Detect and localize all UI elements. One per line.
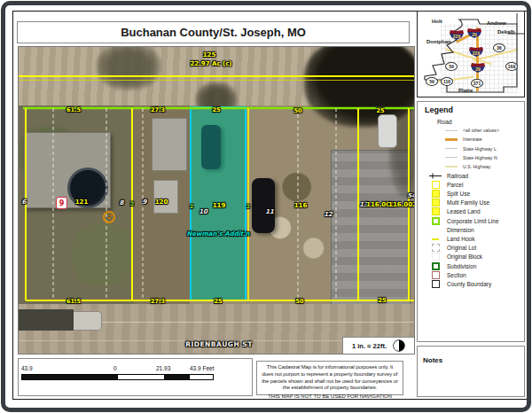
lot-number-label: 11: [265, 208, 274, 215]
road-other-line-icon: [444, 130, 458, 131]
legend-item-corporate-limit-line: Corporate Limit Line: [425, 216, 520, 225]
lot-number-label: 12: [324, 211, 332, 218]
split-use-swatch-icon: [428, 190, 442, 198]
multi-family-swatch-icon: [428, 199, 442, 206]
legend-item-subdivision: Subdivision: [425, 261, 520, 270]
county-label-holt: Holt: [432, 19, 442, 24]
county-label-platte: Platte: [458, 88, 473, 93]
legend-item-split-use: Split Use: [425, 190, 520, 199]
lot-number-label: 6: [22, 199, 27, 206]
cadastral-map-page: Buchanan County/St. Joseph, MO: [0, 0, 532, 413]
dimension-label: 50: [295, 298, 303, 305]
original-lot-swatch-icon: [428, 244, 442, 252]
state-highway-line-icon: [444, 157, 458, 158]
locator-map[interactable]: Holt Andrew Dekalb Doniphan Platte 229 2…: [417, 11, 525, 97]
us-169-shield: 169: [505, 62, 518, 71]
legend-item-railroad: Railroad: [425, 171, 520, 180]
county-label-dekalb: Dekalb: [497, 29, 515, 35]
legend-item-us-highway: U.S. Highway: [425, 162, 520, 171]
dimension-label: 61.5: [66, 106, 81, 113]
dimension-label: 25: [212, 106, 220, 113]
lot-number-label: 8: [120, 199, 124, 206]
red-point-marker: 9: [56, 197, 67, 209]
us-36-shield: 36: [493, 43, 505, 52]
map-viewport[interactable]: 125 22.97 Ac (c) 61.5 27.3 25 50 25 61.5…: [18, 46, 415, 355]
scalebar-segment: [22, 375, 117, 379]
legend-item-multi-family-use: Multi Family Use: [425, 199, 520, 207]
legend-title: Legend: [425, 105, 520, 114]
scalebar-label-right: 43.9 Feet: [190, 365, 214, 371]
parcel-number-label: 116.002: [388, 201, 415, 208]
legend-item-original-lot: Original Lot: [425, 244, 520, 253]
map-title-bar: Buchanan County/St. Joseph, MO: [17, 21, 410, 43]
street-name-label: RIDENBAUGH ST: [185, 340, 253, 348]
scale-ratio-text: 1 in. = 22ft.: [352, 342, 387, 350]
scalebar-label-zero: 0: [113, 365, 117, 371]
us-highway-line-icon: [444, 166, 458, 168]
scalebar-label-left: 43.9: [21, 365, 33, 371]
lot-number-label: 9: [143, 199, 147, 206]
dimension-label: 61.5: [66, 298, 81, 305]
county-label-andrew: Andrew: [487, 20, 506, 26]
disclaimer-warning: THIS MAP IS NOT TO BE USED FOR NAVIGATIO…: [261, 394, 399, 399]
us-116-shield: 116: [441, 77, 453, 86]
legend-group-label: Road: [437, 119, 452, 125]
legend-item-state-highway-l: State Highway L: [425, 144, 520, 153]
disclaimer-panel: This Cadastral Map is for informational …: [256, 361, 403, 395]
parcel-number-label: 116: [294, 202, 308, 209]
scalebar-segment: [164, 375, 189, 379]
line-tick-label: 2: [246, 203, 250, 209]
legend-item-county-boundary: County Boundary: [425, 279, 520, 288]
legend-item-original-block: Original Block: [425, 253, 520, 261]
land-hook-swatch-icon: [428, 238, 442, 240]
dimension-label: 50: [293, 107, 301, 114]
scalebar-graphic: [21, 374, 214, 380]
line-tick-label: 2: [130, 200, 134, 206]
notes-title: Notes: [423, 356, 442, 364]
original-block-swatch-icon: [428, 253, 442, 261]
dimension-label: 27.3: [151, 298, 165, 305]
railroad-line-icon: [428, 173, 442, 179]
parcel-number-label: 125: [203, 51, 216, 58]
legend-item-interstate: Interstate: [425, 135, 520, 144]
legend-item-parcel: Parcel: [425, 180, 520, 189]
parcel-number-label: 120: [155, 199, 168, 206]
parcel-acreage-label: 22.97 Ac (c): [190, 60, 231, 67]
dimension-label: 27.3: [151, 106, 165, 113]
north-arrow-icon: [393, 339, 405, 352]
red-point-label: 9: [59, 199, 65, 207]
legend-item-state-highway-n: State Highway N: [425, 153, 520, 162]
us-59-shield: 59: [445, 62, 458, 71]
disclaimer-text: This Cadastral Map is for informational …: [261, 364, 399, 392]
legend-item-dimension: Dimension: [425, 225, 520, 234]
us-371-shield: 371: [471, 79, 483, 88]
legend-item-leased-land: Leased Land: [425, 207, 520, 216]
lot-number-label: 54: [407, 192, 415, 199]
dimension-label: 25: [376, 107, 384, 114]
subdivision-swatch-icon: [428, 262, 442, 270]
corporate-limit-swatch-icon: [428, 217, 442, 225]
page-title: Buchanan County/St. Joseph, MO: [121, 26, 306, 39]
section-swatch-icon: [428, 271, 442, 279]
legend-item-all-other-values: <all other values>: [425, 126, 520, 135]
dimension-label: 25: [378, 297, 386, 304]
dimension-label: 25: [214, 298, 222, 305]
line-tick-label: 2: [190, 203, 193, 209]
scalebar-label-mid: 21.93: [156, 365, 170, 371]
notes-panel: Notes: [417, 346, 525, 397]
scalebar-segment: [117, 375, 164, 379]
county-boundary-swatch-icon: [428, 280, 442, 288]
state-highway-line-icon: [444, 148, 458, 149]
scalebar-panel: 43.9 0 21.93 43.9 Feet: [18, 358, 253, 396]
county-label-doniphan: Doniphan: [426, 39, 451, 44]
subdivision-label: Newman's Addit'n: [186, 230, 249, 238]
scalebar-segment: [189, 375, 213, 379]
interstate-line-icon: [444, 138, 458, 141]
parcel-swatch-icon: [428, 181, 442, 189]
legend-item-land-hook: Land Hook: [425, 234, 520, 243]
parcel-number-label: 119: [213, 202, 226, 209]
leased-land-swatch-icon: [428, 207, 442, 215]
parcel-number-label: 121: [75, 199, 89, 206]
lot-number-label: 10: [199, 208, 207, 215]
legend-item-section: Section: [425, 270, 520, 279]
